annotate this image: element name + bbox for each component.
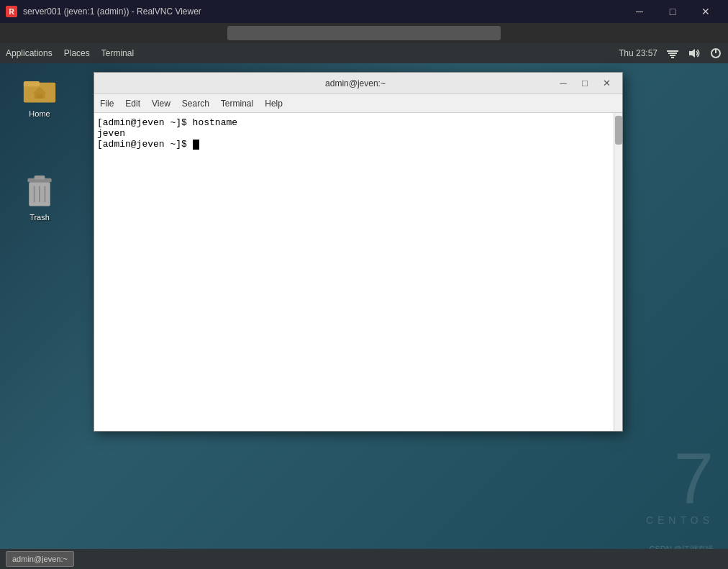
- volume-icon[interactable]: [688, 47, 701, 60]
- terminal-scrollbar[interactable]: [614, 113, 622, 431]
- desktop-taskbar: admin@jeven:~: [0, 549, 728, 569]
- vnc-maximize-button[interactable]: □: [656, 0, 689, 23]
- places-menu[interactable]: Places: [64, 48, 90, 58]
- home-folder-icon[interactable]: Home: [14, 72, 65, 118]
- centos-watermark: 7 CENTOS: [646, 442, 714, 526]
- vnc-search-bar[interactable]: [227, 26, 501, 40]
- centos-text: CENTOS: [646, 514, 714, 526]
- vnc-toolbar: [0, 23, 728, 43]
- power-icon[interactable]: [709, 47, 722, 60]
- centos-number: 7: [646, 442, 714, 514]
- terminal-line2: jeven: [97, 128, 125, 139]
- vnc-app-icon: R: [6, 6, 17, 17]
- terminal-window-controls: ─ □ ✕: [553, 76, 616, 91]
- terminal-line3: [admin@jeven ~]$: [97, 139, 193, 150]
- terminal-menu-view[interactable]: View: [152, 99, 170, 109]
- terminal-cursor: [193, 140, 199, 150]
- topbar-right: Thu 23:57: [619, 47, 722, 60]
- svg-rect-1: [668, 53, 677, 54]
- remote-desktop: Applications Places Terminal Thu 23:57: [0, 43, 728, 569]
- svg-rect-8: [24, 81, 40, 86]
- terminal-menu-edit[interactable]: Edit: [125, 99, 140, 109]
- network-icon[interactable]: [666, 47, 679, 60]
- terminal-body[interactable]: [admin@jeven ~]$ hostname jeven [admin@j…: [94, 113, 622, 431]
- home-icon-label: Home: [29, 109, 50, 118]
- terminal-close-button[interactable]: ✕: [596, 76, 616, 91]
- desktop-icons: Home Trash: [14, 72, 65, 222]
- terminal-title: admin@jeven:~: [158, 78, 553, 88]
- svg-rect-2: [670, 55, 675, 56]
- svg-rect-12: [35, 176, 45, 180]
- vnc-titlebar: R server001 (jeven:1 (admin)) - RealVNC …: [0, 0, 728, 23]
- vnc-minimize-button[interactable]: ─: [623, 0, 656, 23]
- terminal-maximize-button[interactable]: □: [575, 76, 595, 91]
- terminal-content[interactable]: [admin@jeven ~]$ hostname jeven [admin@j…: [94, 113, 614, 431]
- terminal-menu-search[interactable]: Search: [182, 99, 209, 109]
- terminal-line1: [admin@jeven ~]$ hostname: [97, 117, 237, 128]
- terminal-minimize-button[interactable]: ─: [553, 76, 573, 91]
- vnc-title: server001 (jeven:1 (admin)) - RealVNC Vi…: [23, 6, 623, 17]
- terminal-menu-file[interactable]: File: [100, 99, 114, 109]
- terminal-menu[interactable]: Terminal: [101, 48, 134, 58]
- svg-rect-10: [37, 94, 42, 99]
- terminal-menu-help[interactable]: Help: [265, 99, 283, 109]
- svg-rect-3: [671, 57, 674, 58]
- trash-icon-label: Trash: [29, 213, 50, 222]
- vnc-window: R server001 (jeven:1 (admin)) - RealVNC …: [0, 0, 728, 569]
- terminal-menu-terminal[interactable]: Terminal: [221, 99, 253, 109]
- applications-menu[interactable]: Applications: [6, 48, 53, 58]
- svg-marker-4: [689, 49, 695, 58]
- desktop-menu: Applications Places Terminal: [6, 48, 134, 58]
- terminal-titlebar: admin@jeven:~ ─ □ ✕: [94, 73, 622, 94]
- svg-rect-0: [667, 50, 678, 52]
- terminal-window: admin@jeven:~ ─ □ ✕ File Edit View Searc…: [94, 72, 623, 432]
- taskbar-terminal-item[interactable]: admin@jeven:~: [6, 551, 74, 567]
- vnc-close-button[interactable]: ✕: [689, 0, 722, 23]
- desktop-topbar: Applications Places Terminal Thu 23:57: [0, 43, 728, 63]
- trash-icon[interactable]: Trash: [14, 176, 65, 222]
- vnc-window-controls: ─ □ ✕: [623, 0, 722, 23]
- terminal-menubar: File Edit View Search Terminal Help: [94, 94, 622, 113]
- scrollbar-thumb[interactable]: [615, 116, 622, 145]
- clock-display: Thu 23:57: [619, 48, 658, 58]
